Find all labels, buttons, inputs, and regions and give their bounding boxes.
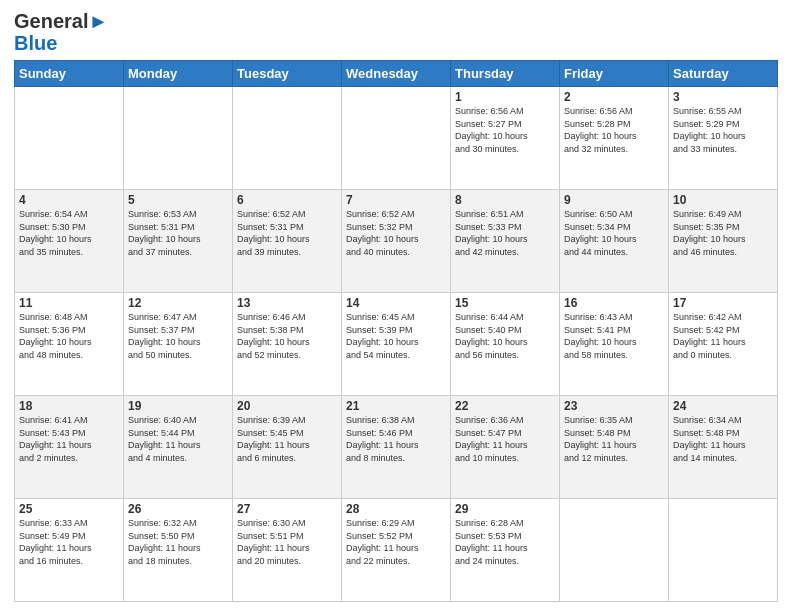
day-info: Sunrise: 6:49 AM Sunset: 5:35 PM Dayligh… bbox=[673, 208, 773, 258]
day-info: Sunrise: 6:40 AM Sunset: 5:44 PM Dayligh… bbox=[128, 414, 228, 464]
calendar-cell: 16Sunrise: 6:43 AM Sunset: 5:41 PM Dayli… bbox=[560, 293, 669, 396]
calendar-cell: 7Sunrise: 6:52 AM Sunset: 5:32 PM Daylig… bbox=[342, 190, 451, 293]
weekday-header-row: SundayMondayTuesdayWednesdayThursdayFrid… bbox=[15, 61, 778, 87]
day-number: 4 bbox=[19, 193, 119, 207]
calendar-cell: 28Sunrise: 6:29 AM Sunset: 5:52 PM Dayli… bbox=[342, 499, 451, 602]
calendar-cell: 13Sunrise: 6:46 AM Sunset: 5:38 PM Dayli… bbox=[233, 293, 342, 396]
day-number: 19 bbox=[128, 399, 228, 413]
day-number: 10 bbox=[673, 193, 773, 207]
day-info: Sunrise: 6:33 AM Sunset: 5:49 PM Dayligh… bbox=[19, 517, 119, 567]
day-number: 28 bbox=[346, 502, 446, 516]
calendar-cell bbox=[233, 87, 342, 190]
calendar-cell: 1Sunrise: 6:56 AM Sunset: 5:27 PM Daylig… bbox=[451, 87, 560, 190]
calendar-table: SundayMondayTuesdayWednesdayThursdayFrid… bbox=[14, 60, 778, 602]
calendar-cell: 15Sunrise: 6:44 AM Sunset: 5:40 PM Dayli… bbox=[451, 293, 560, 396]
day-number: 18 bbox=[19, 399, 119, 413]
calendar-cell: 2Sunrise: 6:56 AM Sunset: 5:28 PM Daylig… bbox=[560, 87, 669, 190]
day-number: 6 bbox=[237, 193, 337, 207]
day-number: 11 bbox=[19, 296, 119, 310]
calendar-cell: 5Sunrise: 6:53 AM Sunset: 5:31 PM Daylig… bbox=[124, 190, 233, 293]
day-number: 17 bbox=[673, 296, 773, 310]
day-info: Sunrise: 6:30 AM Sunset: 5:51 PM Dayligh… bbox=[237, 517, 337, 567]
calendar-week-row: 4Sunrise: 6:54 AM Sunset: 5:30 PM Daylig… bbox=[15, 190, 778, 293]
day-number: 13 bbox=[237, 296, 337, 310]
day-info: Sunrise: 6:45 AM Sunset: 5:39 PM Dayligh… bbox=[346, 311, 446, 361]
calendar-cell: 20Sunrise: 6:39 AM Sunset: 5:45 PM Dayli… bbox=[233, 396, 342, 499]
calendar-cell bbox=[560, 499, 669, 602]
day-number: 5 bbox=[128, 193, 228, 207]
day-number: 23 bbox=[564, 399, 664, 413]
calendar-cell: 14Sunrise: 6:45 AM Sunset: 5:39 PM Dayli… bbox=[342, 293, 451, 396]
day-number: 24 bbox=[673, 399, 773, 413]
page: General► Blue SundayMondayTuesdayWednesd… bbox=[0, 0, 792, 612]
day-info: Sunrise: 6:34 AM Sunset: 5:48 PM Dayligh… bbox=[673, 414, 773, 464]
calendar-cell: 19Sunrise: 6:40 AM Sunset: 5:44 PM Dayli… bbox=[124, 396, 233, 499]
day-number: 21 bbox=[346, 399, 446, 413]
calendar-cell: 6Sunrise: 6:52 AM Sunset: 5:31 PM Daylig… bbox=[233, 190, 342, 293]
calendar-cell: 29Sunrise: 6:28 AM Sunset: 5:53 PM Dayli… bbox=[451, 499, 560, 602]
calendar-cell: 3Sunrise: 6:55 AM Sunset: 5:29 PM Daylig… bbox=[669, 87, 778, 190]
calendar-week-row: 25Sunrise: 6:33 AM Sunset: 5:49 PM Dayli… bbox=[15, 499, 778, 602]
day-number: 8 bbox=[455, 193, 555, 207]
weekday-header-cell: Tuesday bbox=[233, 61, 342, 87]
day-info: Sunrise: 6:55 AM Sunset: 5:29 PM Dayligh… bbox=[673, 105, 773, 155]
day-number: 1 bbox=[455, 90, 555, 104]
day-info: Sunrise: 6:48 AM Sunset: 5:36 PM Dayligh… bbox=[19, 311, 119, 361]
day-info: Sunrise: 6:35 AM Sunset: 5:48 PM Dayligh… bbox=[564, 414, 664, 464]
day-number: 29 bbox=[455, 502, 555, 516]
day-info: Sunrise: 6:56 AM Sunset: 5:28 PM Dayligh… bbox=[564, 105, 664, 155]
calendar-cell: 17Sunrise: 6:42 AM Sunset: 5:42 PM Dayli… bbox=[669, 293, 778, 396]
day-info: Sunrise: 6:41 AM Sunset: 5:43 PM Dayligh… bbox=[19, 414, 119, 464]
day-info: Sunrise: 6:46 AM Sunset: 5:38 PM Dayligh… bbox=[237, 311, 337, 361]
calendar-cell bbox=[342, 87, 451, 190]
day-info: Sunrise: 6:32 AM Sunset: 5:50 PM Dayligh… bbox=[128, 517, 228, 567]
day-number: 9 bbox=[564, 193, 664, 207]
day-info: Sunrise: 6:50 AM Sunset: 5:34 PM Dayligh… bbox=[564, 208, 664, 258]
header: General► Blue bbox=[14, 10, 778, 54]
day-info: Sunrise: 6:36 AM Sunset: 5:47 PM Dayligh… bbox=[455, 414, 555, 464]
calendar-cell: 25Sunrise: 6:33 AM Sunset: 5:49 PM Dayli… bbox=[15, 499, 124, 602]
calendar-cell: 4Sunrise: 6:54 AM Sunset: 5:30 PM Daylig… bbox=[15, 190, 124, 293]
logo-text-line2: Blue bbox=[14, 32, 108, 54]
calendar-cell: 26Sunrise: 6:32 AM Sunset: 5:50 PM Dayli… bbox=[124, 499, 233, 602]
day-number: 20 bbox=[237, 399, 337, 413]
day-info: Sunrise: 6:47 AM Sunset: 5:37 PM Dayligh… bbox=[128, 311, 228, 361]
day-number: 12 bbox=[128, 296, 228, 310]
day-info: Sunrise: 6:44 AM Sunset: 5:40 PM Dayligh… bbox=[455, 311, 555, 361]
calendar-cell: 18Sunrise: 6:41 AM Sunset: 5:43 PM Dayli… bbox=[15, 396, 124, 499]
calendar-cell: 9Sunrise: 6:50 AM Sunset: 5:34 PM Daylig… bbox=[560, 190, 669, 293]
day-number: 7 bbox=[346, 193, 446, 207]
day-info: Sunrise: 6:42 AM Sunset: 5:42 PM Dayligh… bbox=[673, 311, 773, 361]
day-info: Sunrise: 6:39 AM Sunset: 5:45 PM Dayligh… bbox=[237, 414, 337, 464]
weekday-header-cell: Sunday bbox=[15, 61, 124, 87]
day-info: Sunrise: 6:38 AM Sunset: 5:46 PM Dayligh… bbox=[346, 414, 446, 464]
day-number: 25 bbox=[19, 502, 119, 516]
calendar-cell: 8Sunrise: 6:51 AM Sunset: 5:33 PM Daylig… bbox=[451, 190, 560, 293]
day-number: 14 bbox=[346, 296, 446, 310]
day-number: 27 bbox=[237, 502, 337, 516]
calendar-cell bbox=[15, 87, 124, 190]
day-info: Sunrise: 6:54 AM Sunset: 5:30 PM Dayligh… bbox=[19, 208, 119, 258]
logo-text-line1: General► bbox=[14, 10, 108, 32]
calendar-cell: 22Sunrise: 6:36 AM Sunset: 5:47 PM Dayli… bbox=[451, 396, 560, 499]
day-info: Sunrise: 6:51 AM Sunset: 5:33 PM Dayligh… bbox=[455, 208, 555, 258]
day-info: Sunrise: 6:43 AM Sunset: 5:41 PM Dayligh… bbox=[564, 311, 664, 361]
calendar-cell bbox=[669, 499, 778, 602]
weekday-header-cell: Friday bbox=[560, 61, 669, 87]
calendar-week-row: 18Sunrise: 6:41 AM Sunset: 5:43 PM Dayli… bbox=[15, 396, 778, 499]
day-number: 16 bbox=[564, 296, 664, 310]
day-info: Sunrise: 6:56 AM Sunset: 5:27 PM Dayligh… bbox=[455, 105, 555, 155]
day-info: Sunrise: 6:53 AM Sunset: 5:31 PM Dayligh… bbox=[128, 208, 228, 258]
calendar-week-row: 11Sunrise: 6:48 AM Sunset: 5:36 PM Dayli… bbox=[15, 293, 778, 396]
weekday-header-cell: Wednesday bbox=[342, 61, 451, 87]
calendar-body: 1Sunrise: 6:56 AM Sunset: 5:27 PM Daylig… bbox=[15, 87, 778, 602]
calendar-cell: 11Sunrise: 6:48 AM Sunset: 5:36 PM Dayli… bbox=[15, 293, 124, 396]
logo: General► Blue bbox=[14, 10, 108, 54]
calendar-cell: 23Sunrise: 6:35 AM Sunset: 5:48 PM Dayli… bbox=[560, 396, 669, 499]
weekday-header-cell: Monday bbox=[124, 61, 233, 87]
calendar-cell: 21Sunrise: 6:38 AM Sunset: 5:46 PM Dayli… bbox=[342, 396, 451, 499]
calendar-cell: 27Sunrise: 6:30 AM Sunset: 5:51 PM Dayli… bbox=[233, 499, 342, 602]
day-info: Sunrise: 6:29 AM Sunset: 5:52 PM Dayligh… bbox=[346, 517, 446, 567]
day-info: Sunrise: 6:28 AM Sunset: 5:53 PM Dayligh… bbox=[455, 517, 555, 567]
calendar-cell: 24Sunrise: 6:34 AM Sunset: 5:48 PM Dayli… bbox=[669, 396, 778, 499]
